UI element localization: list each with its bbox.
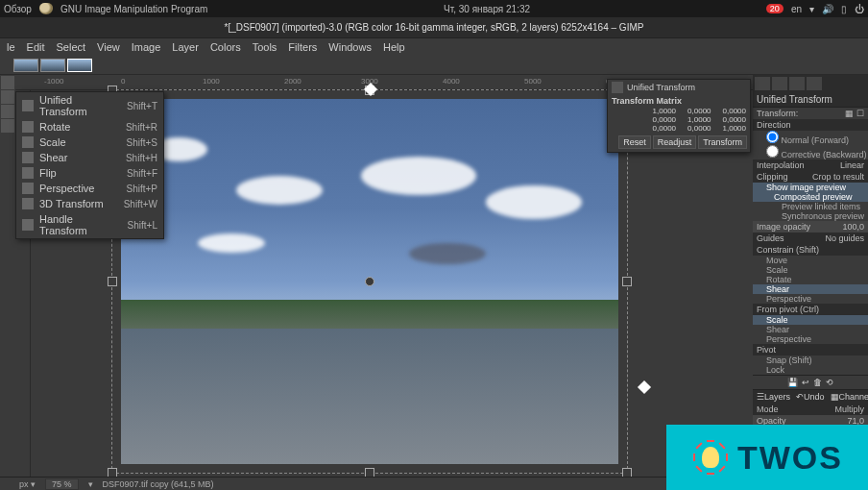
sync-preview[interactable]: Synchronous preview [753,211,868,221]
show-image-preview[interactable]: Show image preview [753,183,868,192]
mode-value[interactable]: Multiply [834,404,864,414]
unit-selector[interactable]: px ▾ [19,479,36,489]
reset-button[interactable]: Reset [618,135,651,149]
menu-tools[interactable]: Tools [248,39,282,55]
direction-forward-radio[interactable] [766,131,779,143]
rotate-handle-e[interactable] [638,380,651,394]
menu-handle-transform[interactable]: Handle TransformShift+L [16,211,163,238]
power-icon[interactable]: ⏻ [855,4,864,14]
constrain-shear[interactable]: Shear [753,284,868,294]
interpolation-label: Interpolation [757,160,805,170]
3d-transform-icon [22,198,34,209]
pivot-lock[interactable]: Lock [753,365,868,375]
pivot-shear[interactable]: Shear [753,325,868,334]
right-dock: Unified Transform Transform:▦ ☐ Directio… [753,75,868,477]
twos-text: TWOS [737,439,843,477]
menu-scale[interactable]: ScaleShift+S [16,135,163,150]
corner-handle-sw[interactable] [108,468,117,477]
pivot-handle[interactable] [365,277,374,286]
pivot-perspective[interactable]: Perspective [753,334,868,344]
tool-icon[interactable] [1,90,14,104]
menu-unified-transform[interactable]: Unified TransformShift+T [16,92,163,119]
menu-file[interactable]: le [2,39,20,55]
network-icon[interactable]: ▾ [809,4,814,14]
rotate-icon [22,121,34,133]
menu-colors[interactable]: Colors [205,39,246,55]
preview-linked[interactable]: Preview linked items [753,202,868,211]
overview-button[interactable]: Обзор [4,4,32,14]
menu-select[interactable]: Select [52,39,91,55]
device-status-tab-icon[interactable] [772,77,787,90]
interpolation-value[interactable]: Linear [840,160,864,170]
battery-icon[interactable]: ▯ [841,4,847,14]
direction-backward-radio[interactable] [766,145,779,158]
constrain-move[interactable]: Move [753,256,868,265]
guides-label: Guides [757,233,784,243]
menu-flip[interactable]: FlipShift+F [16,165,163,181]
system-datetime[interactable]: Чт, 30 января 21:32 [207,4,766,14]
notification-badge[interactable]: 20 [766,4,784,13]
menu-perspective[interactable]: PerspectiveShift+P [16,181,163,196]
image-opacity-value[interactable]: 100,0 [842,222,864,232]
tool-options-title: Unified Transform [753,92,868,108]
clipping-label: Clipping [757,172,788,182]
menu-help[interactable]: Help [378,39,410,55]
images-tab-icon[interactable] [807,77,822,90]
volume-icon[interactable]: 🔊 [822,4,833,14]
layers-tab[interactable]: ☰Layers [757,392,790,402]
guides-value[interactable]: No guides [825,233,864,243]
image-tabs [0,56,868,75]
image-tab-1[interactable] [13,59,38,72]
menu-layer[interactable]: Layer [167,39,204,55]
tool-icon[interactable] [1,119,14,133]
menu-shear[interactable]: ShearShift+H [16,150,163,165]
mode-label: Mode [757,404,779,414]
menu-view[interactable]: View [92,39,125,55]
readjust-button[interactable]: Readjust [653,135,697,149]
transform-frame[interactable] [111,89,628,474]
transform-target-icon[interactable]: ▦ ☐ [845,109,864,118]
constrain-scale[interactable]: Scale [753,265,868,275]
corner-handle-se[interactable] [622,468,632,477]
menu-image[interactable]: Image [127,39,166,55]
lightbulb-icon [691,438,730,477]
menu-3d-transform[interactable]: 3D TransformShift+W [16,196,163,211]
pivot-snap[interactable]: Snap (Shift) [753,355,868,365]
menu-rotate[interactable]: RotateShift+R [16,119,163,135]
language-indicator[interactable]: en [791,4,802,14]
channels-tab[interactable]: ▦Channels [831,392,868,402]
composited-preview[interactable]: Composited preview [753,192,868,202]
pivot-group-label: Pivot [757,345,776,355]
twos-watermark: TWOS [666,425,868,490]
edge-handle-s[interactable] [365,468,374,477]
undo-tab[interactable]: ↶Undo [796,392,825,402]
transform-button[interactable]: Transform [698,135,747,149]
constrain-rotate[interactable]: Rotate [753,275,868,284]
menu-edit[interactable]: Edit [22,39,50,55]
menu-filters[interactable]: Filters [283,39,322,55]
gimp-logo-icon [39,3,53,14]
app-name: GNU Image Manipulation Program [60,4,207,14]
undo-history-tab-icon[interactable] [789,77,805,90]
menu-windows[interactable]: Windows [324,39,376,55]
tool-options-tabs [753,75,868,92]
restore-tool-preset-icon[interactable]: ↩ [802,378,809,387]
tool-icon[interactable] [1,105,14,118]
edge-handle-e[interactable] [622,277,632,286]
clipping-value[interactable]: Crop to result [812,172,864,182]
constrain-label: Constrain (Shift) [757,245,819,255]
zoom-level[interactable]: 75 % [45,478,79,490]
delete-tool-preset-icon[interactable]: 🗑 [813,378,822,387]
tool-options-tab-icon[interactable] [755,77,770,90]
save-tool-preset-icon[interactable]: 💾 [787,378,798,387]
image-tab-2[interactable] [40,59,65,72]
unified-transform-dialog[interactable]: Unified Transform Transform Matrix 1,000… [607,79,751,153]
direction-label: Direction [757,120,791,130]
window-title: *[_DSF0907] (imported)-3.0 (RGB color 16… [0,17,868,38]
image-tab-3[interactable] [67,59,92,72]
pivot-scale[interactable]: Scale [753,315,868,325]
tool-icon[interactable] [1,76,14,89]
constrain-perspective[interactable]: Perspective [753,294,868,304]
edge-handle-w[interactable] [108,277,117,286]
reset-tool-options-icon[interactable]: ⟲ [826,378,833,387]
